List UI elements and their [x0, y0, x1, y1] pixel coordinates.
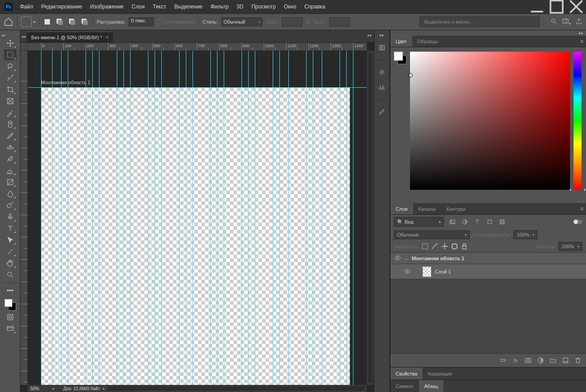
- docinfo-dropdown[interactable]: ▸: [100, 387, 105, 391]
- tab-adjustments[interactable]: Коррекция: [422, 368, 457, 380]
- menu-layers[interactable]: Слои: [128, 1, 149, 12]
- marquee-indicator-icon[interactable]: [21, 16, 32, 27]
- selection-add-icon[interactable]: [55, 17, 64, 26]
- foreground-background-colors[interactable]: [4, 298, 17, 311]
- healing-brush-tool[interactable]: [4, 119, 16, 130]
- ruler-vertical[interactable]: [20, 51, 28, 385]
- color-panel-menu-icon[interactable]: ≡: [580, 38, 583, 45]
- lasso-tool[interactable]: [4, 61, 16, 72]
- brush-tool[interactable]: [4, 131, 16, 141]
- tab-color[interactable]: Цвет: [390, 36, 412, 47]
- path-selection-tool[interactable]: [4, 235, 16, 245]
- lock-artboard-icon[interactable]: [451, 243, 458, 250]
- magic-wand-tool[interactable]: [4, 73, 16, 83]
- adjustment-layer-icon[interactable]: [537, 357, 544, 364]
- layer-name[interactable]: Монтажная область 1: [412, 256, 464, 261]
- quick-mask-icon[interactable]: [4, 312, 16, 323]
- minimize-button[interactable]: [527, 0, 547, 13]
- search-icon[interactable]: [550, 18, 557, 26]
- canvas-viewport[interactable]: 0100200300400500600700800900100011001200…: [20, 43, 374, 392]
- layer-fx-icon[interactable]: fx: [512, 357, 519, 364]
- menu-filter[interactable]: Фильтр: [207, 1, 233, 12]
- blur-tool[interactable]: [4, 188, 16, 199]
- gradient-tool[interactable]: [4, 177, 16, 188]
- brushes-panel-icon[interactable]: [377, 107, 387, 117]
- link-layers-icon[interactable]: [500, 357, 507, 364]
- eraser-tool[interactable]: [4, 165, 16, 176]
- home-button[interactable]: [4, 17, 13, 27]
- tools-expand[interactable]: ▸▸: [0, 33, 20, 37]
- hue-slider[interactable]: [574, 52, 582, 190]
- scrollbar-horizontal[interactable]: [107, 386, 364, 391]
- tab-properties[interactable]: Свойства: [390, 368, 422, 380]
- menu-help[interactable]: Справка: [300, 1, 329, 12]
- layer-name[interactable]: Слой 1: [435, 269, 451, 274]
- tab-close-icon[interactable]: ×: [106, 34, 109, 41]
- style-select[interactable]: Обычный: [221, 17, 262, 26]
- crop-tool[interactable]: [4, 84, 16, 95]
- filter-toggle[interactable]: [574, 220, 582, 224]
- workspace-icon[interactable]: ▾: [562, 18, 571, 26]
- color-swatch-fgbg[interactable]: [394, 52, 406, 64]
- selection-intersect-icon[interactable]: [80, 17, 89, 26]
- zoom-level[interactable]: 50%: [28, 386, 53, 391]
- menu-view[interactable]: Просмотр: [247, 1, 280, 12]
- layer-thumbnail[interactable]: [422, 266, 431, 277]
- color-field[interactable]: [410, 52, 570, 190]
- select-and-mask-button[interactable]: Выделение и маска...: [419, 16, 540, 27]
- hand-tool[interactable]: [4, 258, 16, 269]
- tab-channels[interactable]: Каналы: [413, 203, 441, 214]
- layer-filter-select[interactable]: 🔍 Вид: [394, 217, 444, 227]
- dock-collapse[interactable]: ▸▸: [390, 30, 586, 36]
- close-button[interactable]: [566, 0, 586, 13]
- tab-layers[interactable]: Слои: [390, 203, 413, 214]
- dodge-tool[interactable]: [4, 200, 16, 211]
- document-info[interactable]: Док: 15,8M/0 байт: [54, 386, 100, 391]
- new-layer-icon[interactable]: [562, 357, 569, 364]
- visibility-icon[interactable]: [404, 268, 411, 276]
- filter-image-icon[interactable]: [448, 218, 456, 226]
- menu-window[interactable]: Окно: [280, 1, 300, 12]
- eyedropper-tool[interactable]: [4, 107, 16, 118]
- menu-type[interactable]: Текст: [149, 1, 170, 12]
- histogram-panel-icon[interactable]: [377, 82, 387, 92]
- tab-paths[interactable]: Контуры: [441, 203, 471, 214]
- layer-artboard[interactable]: ⌄ Монтажная область 1: [390, 253, 586, 264]
- filter-type-icon[interactable]: [473, 218, 481, 226]
- layer-item[interactable]: Слой 1: [390, 264, 586, 279]
- filter-smart-icon[interactable]: [498, 218, 506, 226]
- marquee-dropdown[interactable]: ▾: [33, 20, 35, 24]
- tab-character[interactable]: Символ: [390, 380, 419, 392]
- menu-3d[interactable]: 3D: [233, 1, 247, 12]
- delete-layer-icon[interactable]: [574, 357, 582, 364]
- selection-new-icon[interactable]: [43, 17, 52, 26]
- pen-tool[interactable]: [4, 212, 16, 222]
- visibility-icon[interactable]: [394, 254, 401, 262]
- layers-panel-menu-icon[interactable]: ≡: [580, 206, 583, 212]
- history-panel-icon[interactable]: [377, 43, 387, 53]
- tab-paragraph[interactable]: Абзац: [419, 380, 443, 392]
- artboard-label[interactable]: Монтажная область 1: [41, 80, 90, 85]
- history-brush-tool[interactable]: [4, 154, 16, 164]
- tab-swatches[interactable]: Образцы: [412, 36, 443, 47]
- menu-image[interactable]: Изображение: [86, 1, 128, 12]
- frame-tool[interactable]: [4, 96, 16, 106]
- panel-collapse-left[interactable]: ◂◂: [20, 30, 27, 42]
- edit-toolbar-icon[interactable]: •••: [4, 285, 16, 296]
- marquee-tool[interactable]: [4, 49, 16, 60]
- move-tool[interactable]: [4, 38, 16, 49]
- lock-all-icon[interactable]: [461, 243, 468, 250]
- lock-paint-icon[interactable]: [431, 243, 438, 250]
- artboard-canvas[interactable]: [41, 87, 350, 392]
- ruler-horizontal[interactable]: 0100200300400500600700800900100011001200…: [28, 43, 367, 51]
- dock-expand[interactable]: ▸▸: [380, 33, 384, 37]
- selection-subtract-icon[interactable]: [68, 17, 77, 26]
- lock-pixels-icon[interactable]: [422, 243, 429, 250]
- share-icon[interactable]: [575, 18, 582, 26]
- panel-collapse-right[interactable]: ▸▸: [368, 33, 372, 37]
- feather-input[interactable]: 0 пикс.: [129, 17, 154, 26]
- screen-mode-icon[interactable]: [4, 323, 16, 334]
- zoom-tool[interactable]: [4, 270, 16, 280]
- layer-list[interactable]: ⌄ Монтажная область 1 Слой 1: [390, 252, 586, 354]
- group-icon[interactable]: [549, 357, 557, 364]
